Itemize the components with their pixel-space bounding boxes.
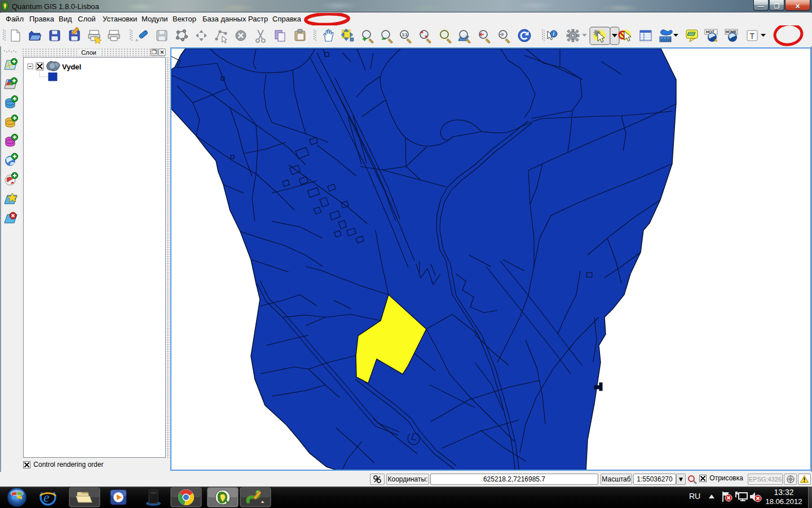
svg-text:1:1: 1:1 [402, 33, 408, 37]
svg-text:Vydel: Vydel [62, 63, 81, 71]
svg-text:T: T [750, 32, 755, 41]
svg-text:e: e [43, 490, 50, 505]
